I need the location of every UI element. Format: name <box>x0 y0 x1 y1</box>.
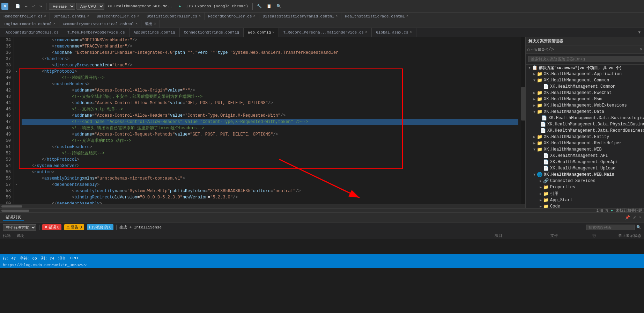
tab-close[interactable]: × <box>410 30 412 34</box>
file-menu[interactable]: 📄 <box>14 3 22 9</box>
code-line-49: <add name="Access-Control-Request-Method… <box>22 131 518 138</box>
h-scrollbar[interactable] <box>0 204 525 208</box>
tree-data[interactable]: ▼ 📁 XK.HealthManagement.Data <box>526 109 644 115</box>
file-tab-appsettings[interactable]: AppSettings.config <box>129 28 180 37</box>
h-scroll-thumb[interactable] <box>1 210 29 212</box>
tab-close[interactable]: × <box>135 22 138 26</box>
tree-ewechat[interactable]: ▶ 📁 XK.HealthManagement.EWeChat <box>526 90 644 96</box>
tab-close[interactable]: × <box>87 14 89 18</box>
tab-close[interactable]: × <box>365 30 367 34</box>
tree-application[interactable]: ▶ 📁 XK.HealthManagement.Application <box>526 71 644 77</box>
se-btn-home[interactable]: ⌂ <box>527 47 530 52</box>
move-icon[interactable]: ⤢ <box>633 215 636 220</box>
tree-solution-root[interactable]: ▼ 📋 解决方案"XK.HMNew"(20 个项目, 共 20 个) <box>526 65 644 71</box>
tab-close[interactable]: × <box>137 14 139 18</box>
tools-btn3[interactable]: 🔍 <box>275 3 283 9</box>
tree-connected-services[interactable]: ▶ 🔗 Connected Services <box>526 178 644 184</box>
collapse-55[interactable]: - <box>14 169 19 175</box>
redo-btn[interactable]: ↪ <box>38 3 44 9</box>
tree-data-physical[interactable]: 📄 XK.HealthManagement.Data.PhysicalBusin… <box>526 121 644 128</box>
se-btn-refresh[interactable]: ↻ <box>534 46 537 52</box>
tree-references[interactable]: ▶ 📁 引用 <box>526 190 644 197</box>
col-suppress: 禁止显示状态 <box>606 233 641 238</box>
pin-icon[interactable]: 📌 <box>625 215 630 220</box>
tree-data-record[interactable]: 📄 XK.HealthManagement.Data.RecordBusines… <box>526 128 644 134</box>
se-btn-code[interactable]: </> <box>545 47 554 52</box>
tab-default-cshtml[interactable]: Default.cshtml × <box>50 13 93 20</box>
tree-redis[interactable]: ▶ 📁 XK.HealthManagement.RedisHelper <box>526 140 644 146</box>
tab-basecontroller[interactable]: BaseController.cs × <box>93 13 143 20</box>
tree-msm[interactable]: ▶ 📁 XK.HealthManagement.Msm <box>526 96 644 102</box>
tab-close[interactable]: × <box>44 14 46 18</box>
tree-webmain[interactable]: ▼ 🌐 XK.HealthManagement.WEB.Main <box>526 172 644 178</box>
se-btn-settings[interactable]: ⚙ <box>542 46 545 52</box>
status-zoom: 148 % <box>596 209 608 213</box>
tree-appstart[interactable]: ▶ 📁 App_Start <box>526 197 644 203</box>
tab-error-list[interactable]: 错误列表 <box>3 214 24 221</box>
code-text[interactable]: <remove name="OPTIONSVerbHandler" /> <re… <box>19 37 521 204</box>
edit-menu[interactable]: ✏ <box>23 3 29 9</box>
tree-code[interactable]: ▶ 📁 Code <box>526 203 644 208</box>
file-tab-globalasax[interactable]: Global.asax.cs × <box>372 28 416 37</box>
tab-close[interactable]: × <box>272 31 274 35</box>
file-tab-accountbinding[interactable]: AccountBindingModels.cs <box>1 28 63 37</box>
file-tab-webconfig[interactable]: Web.config × <box>244 28 279 37</box>
cpu-dropdown[interactable]: Any CPU <box>76 3 104 10</box>
build-btn[interactable]: 生成 + IntelliSense <box>119 225 162 230</box>
close-icon[interactable]: × <box>639 216 641 220</box>
file-tab-connectionstrings[interactable]: ConnectionStrings.config <box>180 28 244 37</box>
tab-close[interactable]: × <box>335 14 338 18</box>
collapse-39[interactable]: - <box>14 68 19 75</box>
tree-web-upload[interactable]: 📄 XK.HealthManagement.Upload <box>526 165 644 172</box>
code-line-44: <add name="Access-Control-Allow-Methods"… <box>22 100 518 106</box>
tab-loginautomatic[interactable]: LoginAutomatic.cshtml × <box>0 20 59 28</box>
collapse-57[interactable]: - <box>14 182 19 188</box>
messages-btn[interactable]: ℹ 19消息 的 0 <box>87 224 114 230</box>
tree-arrow <box>538 167 543 170</box>
undo-btn[interactable]: ↩ <box>31 3 37 9</box>
tab-communitywork[interactable]: CommunityWorkStatistical.cshtml × <box>59 20 142 28</box>
tab-close[interactable]: × <box>253 14 256 18</box>
tree-entity[interactable]: ▶ 📁 XK.HealthManagement.Entity <box>526 134 644 140</box>
tab-homecontroller[interactable]: HomeController.cs × <box>0 13 50 20</box>
file-tab-trecord[interactable]: T_Record_Persona...mationService.cs × <box>279 28 372 37</box>
se-btn-back[interactable]: ← <box>531 47 533 52</box>
tab-label: Web.config <box>248 30 271 35</box>
tab-diseasestatistics[interactable]: DiseaseStatisticsPyramid.cshtml × <box>259 13 342 20</box>
warnings-btn[interactable]: ⚠ 警告 0 <box>64 224 84 230</box>
se-btn-close[interactable]: × <box>640 47 643 52</box>
tab-label: Global.asax.cs <box>376 30 408 35</box>
file-tab-memberapp[interactable]: T_Mem_MemberAppService.cs <box>63 28 129 37</box>
tree-webext[interactable]: ▶ 📁 XK.HealthManagement.WebExtensions <box>526 102 644 109</box>
run-btn[interactable]: ▶ <box>177 3 183 9</box>
error-search-input[interactable] <box>586 225 635 230</box>
tools-btn2[interactable]: 📋 <box>265 3 273 9</box>
tab-output[interactable]: 编出 × <box>141 20 160 28</box>
tree-web-openapi[interactable]: 📄 XK.HealthManagement.OpenApi <box>526 159 644 165</box>
tree-data-business[interactable]: 📄 XK.HealthManagement.Data.BusinessLogic <box>526 115 644 121</box>
tree-web[interactable]: ▼ 📁 XK.HealthManagement.WEB <box>526 146 644 153</box>
tree-common[interactable]: ▼ 📁 XK.HealthManagement.Common <box>526 77 644 83</box>
tab-recordcontroller[interactable]: RecordController.cs × <box>205 13 259 20</box>
tree-common-child[interactable]: 📄 XK.HealthManagement.Common <box>526 83 644 90</box>
errors-btn[interactable]: ✕ 错误 0 <box>42 224 61 230</box>
config-dropdown[interactable]: Release <box>49 3 75 10</box>
se-search-input[interactable] <box>528 56 644 62</box>
error-scope-dropdown[interactable]: 整个解决方案 <box>3 224 36 231</box>
tree-web-api[interactable]: 📄 XK.HealthManagement.API <box>526 153 644 159</box>
collapse-41[interactable]: - <box>14 81 19 87</box>
tree-properties[interactable]: ▶ 📁 Properties <box>526 184 644 190</box>
tools-btn1[interactable]: 🔧 <box>255 3 264 9</box>
tab-statisticcontroller[interactable]: StatisticController.cs × <box>143 13 205 20</box>
tab-close[interactable]: × <box>154 22 156 26</box>
tab-healthstatistic[interactable]: HealthStatisticPage.cshtml × <box>341 13 412 20</box>
mini-scrollbar[interactable] <box>521 37 525 204</box>
tab-close[interactable]: × <box>199 14 201 18</box>
solution-explorer: 解决方案资源管理器 ⌂ ← ↻ ⊟ ⚙ </> × ▼ 📋 解决方案"XK.HM… <box>525 37 644 208</box>
search-icon[interactable]: 🔍 <box>636 225 641 230</box>
tab-close[interactable]: × <box>53 22 55 26</box>
tab-close[interactable]: × <box>406 14 408 18</box>
se-btn-filter[interactable]: ⊟ <box>538 46 541 52</box>
tab-overflow-btn[interactable]: ▼ <box>636 30 643 35</box>
error-list-header: 错误列表 📌 ⤢ × <box>0 213 644 223</box>
